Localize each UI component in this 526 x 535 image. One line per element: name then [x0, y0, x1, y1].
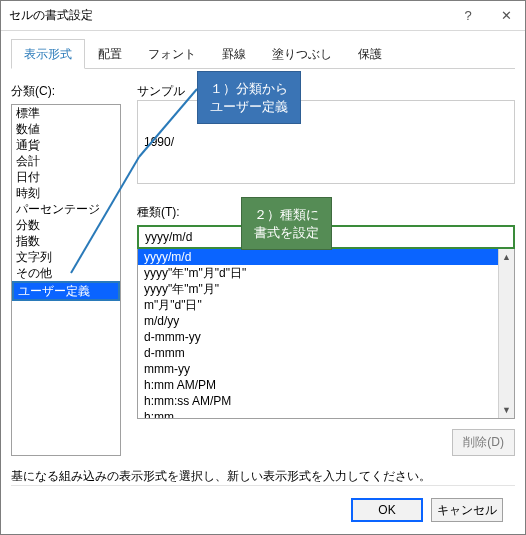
tab-fill[interactable]: 塗りつぶし [259, 39, 345, 69]
scroll-down-icon[interactable]: ▼ [499, 402, 514, 418]
cancel-button[interactable]: キャンセル [431, 498, 503, 522]
tab-alignment[interactable]: 配置 [85, 39, 135, 69]
list-item[interactable]: 指数 [12, 233, 120, 249]
list-item[interactable]: 文字列 [12, 249, 120, 265]
list-item[interactable]: 時刻 [12, 185, 120, 201]
help-icon[interactable]: ? [449, 1, 487, 30]
scrollbar[interactable]: ▲ ▼ [498, 249, 514, 418]
tab-protection[interactable]: 保護 [345, 39, 395, 69]
scroll-up-icon[interactable]: ▲ [499, 249, 514, 265]
dd-item[interactable]: mmm-yy [138, 361, 514, 377]
dd-item[interactable]: h:mm [138, 409, 514, 418]
delete-row: 削除(D) [137, 429, 515, 456]
close-icon[interactable]: ✕ [487, 1, 525, 30]
helper-text: 基になる組み込みの表示形式を選択し、新しい表示形式を入力してください。 [11, 468, 515, 485]
dd-item[interactable]: yyyy/m/d [138, 249, 514, 265]
list-item[interactable]: 通貨 [12, 137, 120, 153]
dd-item[interactable]: h:mm AM/PM [138, 377, 514, 393]
titlebar: セルの書式設定 ? ✕ [1, 1, 525, 31]
dd-item[interactable]: m"月"d"日" [138, 297, 514, 313]
sample-box: 1990/ [137, 100, 515, 184]
list-item-user-defined[interactable]: ユーザー定義 [12, 281, 120, 301]
dialog-footer: OK キャンセル [11, 485, 515, 534]
delete-button[interactable]: 削除(D) [452, 429, 515, 456]
sample-value: 1990/ [144, 135, 174, 149]
dd-item[interactable]: yyyy"年"m"月"d"日" [138, 265, 514, 281]
list-item[interactable]: 分数 [12, 217, 120, 233]
category-column: 分類(C): 標準 数値 通貨 会計 日付 時刻 パーセンテージ 分数 指数 文… [11, 83, 121, 456]
dd-item[interactable]: d-mmm-yy [138, 329, 514, 345]
tab-font[interactable]: フォント [135, 39, 209, 69]
tab-border[interactable]: 罫線 [209, 39, 259, 69]
dd-item[interactable]: h:mm:ss AM/PM [138, 393, 514, 409]
dd-item[interactable]: yyyy"年"m"月" [138, 281, 514, 297]
details-column: サンプル 1990/ 種類(T): yyyy/m/d yyyy"年"m"月"d"… [137, 83, 515, 456]
list-item[interactable]: 日付 [12, 169, 120, 185]
list-item[interactable]: 数値 [12, 121, 120, 137]
category-label: 分類(C): [11, 83, 121, 100]
tabs: 表示形式 配置 フォント 罫線 塗りつぶし 保護 [11, 39, 515, 69]
category-listbox[interactable]: 標準 数値 通貨 会計 日付 時刻 パーセンテージ 分数 指数 文字列 その他 … [11, 104, 121, 456]
ok-button[interactable]: OK [351, 498, 423, 522]
type-input[interactable] [137, 225, 515, 249]
sample-row: サンプル [137, 83, 515, 100]
list-item[interactable]: 標準 [12, 105, 120, 121]
sample-label: サンプル [137, 83, 197, 100]
dd-item[interactable]: m/d/yy [138, 313, 514, 329]
tab-number-format[interactable]: 表示形式 [11, 39, 85, 69]
client-area: 表示形式 配置 フォント 罫線 塗りつぶし 保護 分類(C): 標準 数値 通貨… [1, 31, 525, 534]
type-label: 種類(T): [137, 204, 515, 221]
window-controls: ? ✕ [449, 1, 525, 30]
window-title: セルの書式設定 [9, 7, 93, 24]
list-item[interactable]: パーセンテージ [12, 201, 120, 217]
tab-panel: 分類(C): 標準 数値 通貨 会計 日付 時刻 パーセンテージ 分数 指数 文… [11, 69, 515, 456]
list-item[interactable]: 会計 [12, 153, 120, 169]
dd-item[interactable]: d-mmm [138, 345, 514, 361]
type-options-list[interactable]: yyyy/m/d yyyy"年"m"月"d"日" yyyy"年"m"月" m"月… [137, 249, 515, 419]
format-cells-dialog: セルの書式設定 ? ✕ 表示形式 配置 フォント 罫線 塗りつぶし 保護 分類(… [0, 0, 526, 535]
list-item[interactable]: その他 [12, 265, 120, 281]
